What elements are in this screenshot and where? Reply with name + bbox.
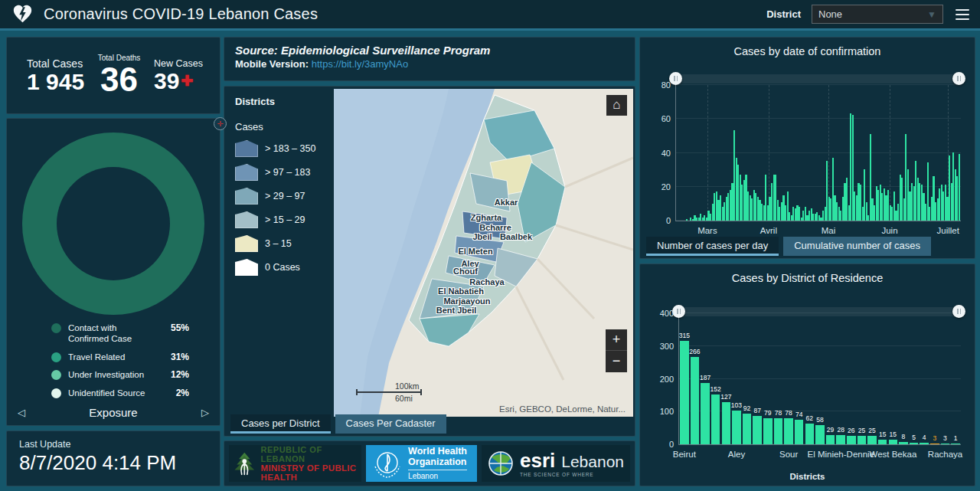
x-tick-label: Juin [881,226,897,235]
bar[interactable] [951,444,959,444]
bar[interactable] [826,435,835,444]
map-district-label: Baalbek [500,232,532,241]
chevron-down-icon: ▼ [927,9,936,20]
bar[interactable] [774,418,782,444]
exposure-legend-item[interactable]: Unidentified Source 2% [51,388,189,398]
moph-logo: REPUBLIC OF LEBANON MINISTRY OF PUBLIC H… [229,445,361,482]
tab-cases-per-cadaster[interactable]: Cases Per Cadaster [335,414,446,434]
y-tick-label: 0 [669,440,674,449]
map-legend-class: > 15 – 29 [235,211,325,228]
bar[interactable] [899,442,907,444]
bar[interactable] [763,418,772,444]
exposure-legend-item[interactable]: Under Investigation 12% [51,369,189,380]
map-panel: Districts Cases > 183 – 350 > 97 – 183 >… [224,86,635,437]
map-legend-class: > 29 – 97 [235,188,325,205]
map-district-label: Bcharre [479,223,511,232]
tab-cases-per-district[interactable]: Cases per District [230,414,331,434]
exposure-legend-item[interactable]: Travel Related 31% [51,352,189,362]
legend-class-label: > 15 – 29 [265,214,305,225]
pager-caption: Exposure [31,406,195,419]
map-scalebar: 100km 60mi [351,381,420,403]
bar[interactable] [920,443,928,444]
legend-swatch [235,235,258,252]
district-dropdown[interactable]: None ▼ [812,5,943,24]
bar[interactable] [691,357,699,444]
dashboard: Coronavirus COVID-19 Lebanon Cases Distr… [0,0,980,491]
x-tick-label: Mai [822,226,836,235]
chart2-title: Cases by District of Residence [640,272,975,284]
mobile-version-label: Mobile Version: [235,58,309,70]
red-plus-icon: ✚ [181,74,193,89]
slider-handle-left[interactable] [669,72,682,85]
bar[interactable] [711,394,720,444]
pager-next-icon[interactable]: ▷ [195,407,215,418]
menu-icon[interactable] [954,8,971,21]
zoom-in-icon[interactable]: + [606,329,627,351]
legend-value: 2% [176,388,189,398]
district-dropdown-value: None [818,8,842,20]
total-deaths-value: 36 [100,62,138,97]
x-tick-label: Rachaya [928,450,962,459]
exposure-legend-item[interactable]: Contact with Confirmed Case 55% [51,322,189,345]
legend-swatch [235,211,258,228]
map-home-icon[interactable]: ⌂ [606,95,627,116]
cases-by-date-panel: Cases by date of confirmation 020406080M… [639,37,975,259]
y-tick-label: 0 [666,216,671,225]
x-tick-label: Juillet [937,226,959,235]
tab-cumulative-cases[interactable]: Cumulative number of cases [783,237,931,256]
bar[interactable] [784,418,792,444]
bar[interactable] [795,420,803,444]
map-legend-class: > 183 – 350 [235,140,325,157]
last-update-panel: Last Update 8/7/2020 4:14 PM [6,430,220,486]
cases-by-district-chart[interactable]: 0100200300400BeirutAleySourEl Minieh-Den… [678,313,961,445]
legend-dot [51,370,61,380]
legend-swatch [235,188,258,205]
scale-mi: 60mi [395,394,420,403]
slider-handle-right[interactable] [952,72,965,85]
cases-by-district-panel: Cases by District of Residence 010020030… [639,264,975,486]
y-tick-label: 20 [662,182,671,191]
bar[interactable] [910,443,918,444]
exposure-legend: Contact with Confirmed Case 55% Travel R… [7,322,220,398]
legend-dot [51,323,61,333]
last-update-value: 8/7/2020 4:14 PM [19,451,207,475]
bar[interactable] [878,440,887,444]
map-legend-class: > 97 – 183 [235,164,325,181]
total-cases-value: 1 945 [27,70,84,94]
cedar-tree-icon [234,447,256,480]
header: Coronavirus COVID-19 Lebanon Cases Distr… [0,0,980,31]
x-tick-label: Avril [760,226,777,235]
map-district-label: Bent Jbeil [436,306,477,315]
y-tick-label: 300 [660,342,674,351]
bar[interactable] [805,424,814,444]
bar[interactable] [753,416,761,444]
x-tick-label: Aley [728,450,745,459]
tab-cases-per-day[interactable]: Number of cases per day [646,237,779,256]
bar[interactable] [847,436,855,444]
esri-name: esri [520,450,555,470]
who-logo: World Health Organization Lebanon [366,445,477,482]
pager-prev-icon[interactable]: ◁ [11,407,31,418]
map-district-label: Marjaayoun [443,296,490,306]
bar[interactable] [680,341,688,444]
exposure-donut-chart[interactable] [22,133,204,315]
map-district-label: El Nabatieh [438,286,484,296]
bar[interactable] [836,435,844,444]
cases-by-date-chart[interactable]: 020406080MarsAvrilMaiJuinJuillet [675,85,961,221]
bar[interactable] [930,444,939,444]
chart2-xaxis-title: Districts [640,472,975,481]
chart1-range-slider[interactable] [675,74,959,83]
map[interactable]: AkkarZghartaBcharreJbeilBaalbekEl MetenA… [334,89,633,417]
mobile-version-link[interactable]: https://bit.ly/3amyNAo [312,58,408,70]
widget-compass-icon[interactable]: ✛ [214,117,227,130]
bar[interactable] [941,444,949,444]
bar[interactable] [732,411,740,444]
bar[interactable] [743,414,751,444]
bar[interactable] [959,154,960,221]
y-tick-label: 60 [662,114,671,123]
esri-logo: esriLebanon THE SCIENCE OF WHERE [482,445,630,482]
bar[interactable] [858,436,866,444]
zoom-out-icon[interactable]: − [606,351,627,372]
last-update-label: Last Update [19,439,207,450]
legend-class-label: 0 Cases [265,262,300,273]
